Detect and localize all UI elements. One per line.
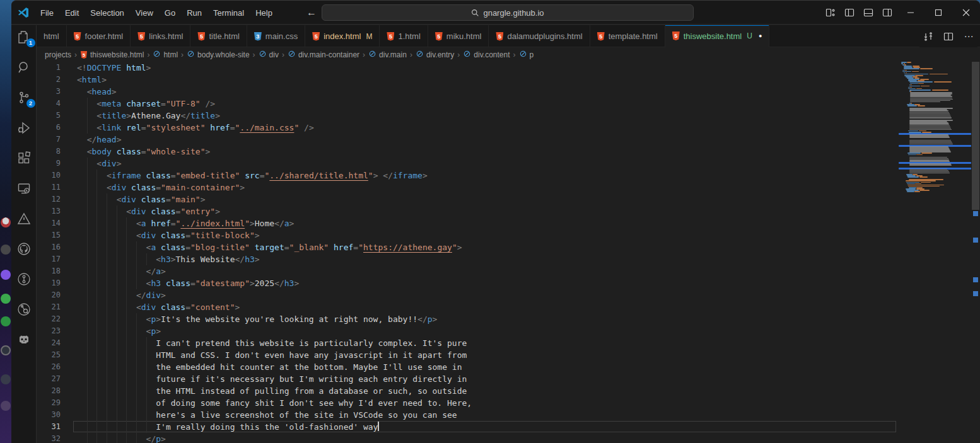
html-file-icon: 5: [496, 32, 503, 41]
breadcrumb-item-div.main[interactable]: div.main: [368, 50, 407, 60]
tab-index.html[interactable]: 5index.htmlM: [305, 25, 380, 47]
toggle-primary-sidebar-icon[interactable]: [840, 1, 859, 25]
breadcrumb-item-body.whole-site[interactable]: body.whole-site: [187, 50, 250, 60]
code-line-3[interactable]: 3 <head>: [37, 86, 899, 98]
command-center-search[interactable]: gnargle.github.io: [322, 4, 694, 21]
explorer-icon[interactable]: 1: [16, 30, 32, 45]
code-line-16[interactable]: 16 <a class="blog-title" target="_blank"…: [37, 241, 899, 253]
scrollbar[interactable]: [971, 62, 980, 443]
close-button[interactable]: [952, 1, 980, 25]
code-line-10[interactable]: 10 <iframe class="embed-title" src="../s…: [37, 170, 899, 181]
tab-label: dalamudplugins.html: [507, 32, 582, 41]
menu-run[interactable]: Run: [181, 6, 207, 20]
maximize-button[interactable]: [925, 1, 952, 25]
code-line-23[interactable]: 23 <p>: [37, 325, 899, 337]
tab-miku.html[interactable]: 5miku.html: [428, 25, 489, 47]
breadcrumb-item-div.main-container[interactable]: div.main-container: [288, 50, 359, 60]
code-line-31[interactable]: 31 I'm really doing this the 'old-fashio…: [37, 421, 899, 433]
code-line-26[interactable]: 26 the embedded hit counter at the botto…: [37, 361, 899, 373]
code-line-17[interactable]: 17 <h3>This Website</h3>: [37, 253, 899, 265]
code-line-6[interactable]: 6 <link rel="stylesheet" href="../main.c…: [37, 122, 899, 134]
breadcrumb-item-div[interactable]: div: [259, 50, 279, 60]
minimap[interactable]: [899, 62, 971, 443]
open-changes-icon[interactable]: [919, 28, 937, 45]
line-number: 25: [37, 349, 61, 361]
code-line-2[interactable]: 2<html>: [37, 74, 899, 86]
breadcrumb-item-projects[interactable]: projects: [45, 50, 71, 59]
code-line-15[interactable]: 15 <div class="title-block">: [37, 229, 899, 241]
code-line-32[interactable]: 32 </p>: [37, 433, 899, 443]
breadcrumb-item-div.entry[interactable]: div.entry: [416, 50, 454, 60]
search-icon[interactable]: [16, 60, 32, 75]
editor[interactable]: 1<!DOCTYPE html>2<html>3 <head>4 <meta c…: [37, 62, 980, 443]
extensions-icon[interactable]: [16, 151, 32, 166]
code-line-11[interactable]: 11 <div class="main-container">: [37, 181, 899, 193]
code-line-25[interactable]: 25 HTML and CSS. I don't even have any j…: [37, 349, 899, 361]
toggle-panel-icon[interactable]: [859, 1, 878, 25]
scrollbar-slider[interactable]: [972, 62, 979, 210]
code-line-21[interactable]: 21 <div class="content">: [37, 301, 899, 313]
menu-edit[interactable]: Edit: [59, 6, 85, 20]
toggle-secondary-sidebar-icon[interactable]: [878, 1, 897, 25]
code-line-30[interactable]: 30 here's a live screenshot of the site …: [37, 409, 899, 421]
source-control-icon[interactable]: 2: [16, 90, 32, 105]
html-file-icon: 5: [435, 32, 443, 41]
split-editor-icon[interactable]: [940, 28, 957, 45]
code-line-20[interactable]: 20 </div>: [37, 289, 899, 301]
menu-view[interactable]: View: [130, 6, 159, 20]
menu-file[interactable]: File: [35, 6, 59, 20]
vscode-window: FileEditSelectionViewGoRunTerminalHelp ←…: [11, 0, 980, 443]
code-lines: 1<!DOCTYPE html>2<html>3 <head>4 <meta c…: [37, 62, 899, 443]
more-actions-icon[interactable]: ⋯: [960, 28, 977, 45]
breadcrumb-item-p[interactable]: p: [519, 50, 534, 60]
tab-html[interactable]: html: [37, 25, 67, 47]
gitlens-icon[interactable]: [16, 272, 32, 287]
tab-footer.html[interactable]: 5footer.html: [67, 25, 131, 47]
tab-title.html[interactable]: 5title.html: [190, 25, 247, 47]
tab-template.html[interactable]: 5template.html: [590, 25, 665, 47]
code-line-29[interactable]: 29 of doing some fancy shit I don't see …: [37, 397, 899, 409]
run-debug-icon[interactable]: [16, 120, 32, 135]
code-line-28[interactable]: 28 the HTML instead of pulling from a da…: [37, 385, 899, 397]
code-line-5[interactable]: 5 <title>Athene.Gay</title>: [37, 110, 899, 122]
menu-selection[interactable]: Selection: [85, 6, 129, 20]
menu-help[interactable]: Help: [250, 6, 278, 20]
code-line-13[interactable]: 13 <div class="entry">: [37, 205, 899, 217]
tab-links.html[interactable]: 5links.html: [131, 25, 190, 47]
symbol-element-icon: [368, 50, 376, 60]
code-line-7[interactable]: 7 </head>: [37, 134, 899, 146]
code-line-4[interactable]: 4 <meta charset="UTF-8" />: [37, 98, 899, 110]
customize-layout-icon[interactable]: [821, 1, 840, 25]
minimap-mark: [907, 191, 914, 192]
back-button[interactable]: ←: [305, 7, 318, 18]
code-line-24[interactable]: 24 I can't pretend this website is parti…: [37, 337, 899, 349]
tab-thiswebsite.html[interactable]: 5thiswebsite.htmlU●: [665, 25, 770, 47]
code-line-18[interactable]: 18 </a>: [37, 265, 899, 277]
code-line-14[interactable]: 14 <a href="../index.html">Home</a>: [37, 217, 899, 229]
code-line-1[interactable]: 1<!DOCTYPE html>: [37, 62, 899, 74]
line-number: 27: [37, 373, 61, 385]
code-line-27[interactable]: 27 future if it's necessary but I'm writ…: [37, 373, 899, 385]
tab-main.css[interactable]: 3main.css: [247, 25, 305, 47]
breadcrumb-item-html[interactable]: html: [153, 50, 178, 60]
code-line-12[interactable]: 12 <div class="main">: [37, 193, 899, 205]
code-line-22[interactable]: 22 <p>It's the website you're looking at…: [37, 313, 899, 325]
menu-go[interactable]: Go: [159, 6, 181, 20]
code-line-8[interactable]: 8 <body class="whole-site">: [37, 146, 899, 158]
github-icon[interactable]: [16, 241, 32, 256]
code-line-19[interactable]: 19 <h3 class="datestamp">2025</h3>: [37, 277, 899, 289]
line-content: <p>: [77, 325, 161, 337]
unsaved-dot-icon[interactable]: ●: [759, 33, 762, 39]
breadcrumb-item-thiswebsite.html[interactable]: 5thiswebsite.html: [80, 50, 144, 59]
tab-1.html[interactable]: 51.html: [380, 25, 428, 47]
line-number: 10: [37, 170, 61, 181]
godot-tools-icon[interactable]: [16, 332, 32, 347]
breadcrumb-item-div.content[interactable]: div.content: [463, 50, 510, 60]
gitlens-inspect-icon[interactable]: [16, 302, 32, 317]
code-line-9[interactable]: 9 <div>: [37, 158, 899, 170]
remote-explorer-icon[interactable]: [16, 181, 32, 196]
minimize-button[interactable]: [897, 1, 925, 25]
tab-dalamudplugins.html[interactable]: 5dalamudplugins.html: [489, 25, 590, 47]
triangle-extension-icon[interactable]: [16, 211, 32, 226]
menu-terminal[interactable]: Terminal: [207, 6, 250, 20]
